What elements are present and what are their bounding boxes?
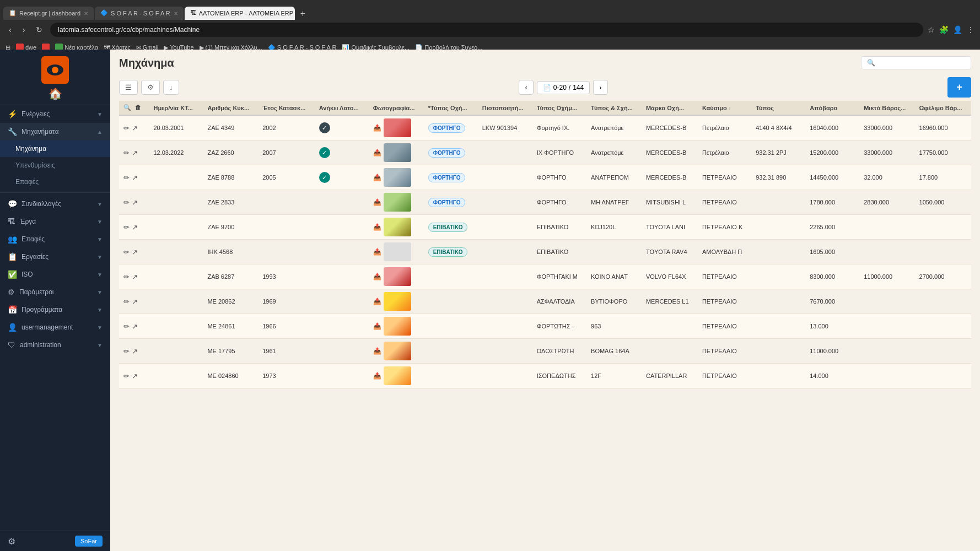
external-link-icon[interactable]: ↗ <box>132 322 138 331</box>
col-header-owner[interactable]: Ανήκει Λατο... <box>315 101 369 115</box>
prev-page-button[interactable]: ‹ <box>519 80 533 95</box>
table-body: ✏ ↗ 20.03.2001 ZAE 4349 2002 ✓ 📤 ΦΟΡΤΗΓΟ… <box>119 115 971 388</box>
col-header-payload[interactable]: Ωφέλιμο Βάρ... <box>915 101 971 115</box>
col-header-cert[interactable]: Πιστοποιητή... <box>478 101 532 115</box>
edit-icon[interactable]: ✏ <box>123 347 130 355</box>
external-link-icon[interactable]: ↗ <box>132 223 138 231</box>
filter-button[interactable]: ☰ <box>119 80 138 95</box>
sidebar-item-machine-sub[interactable]: Μηχάνημα <box>0 141 110 157</box>
url-input[interactable] <box>50 23 923 37</box>
edit-icon[interactable]: ✏ <box>123 198 130 207</box>
sidebar-label-parametroi: Παράμετροι <box>19 288 97 296</box>
upload-icon[interactable]: 📤 <box>373 198 381 206</box>
type-badge[interactable]: ΦΟΡΤΗΓΟ <box>428 198 466 207</box>
type-badge[interactable]: ΦΟΡΤΗΓΟ <box>428 123 466 133</box>
sofar-button[interactable]: SoFar <box>75 536 103 547</box>
upload-icon[interactable]: 📤 <box>373 223 381 231</box>
extensions-icon[interactable]: 🧩 <box>939 25 949 34</box>
external-link-icon[interactable]: ↗ <box>132 174 138 182</box>
delete-icon[interactable]: 🗑 <box>135 104 141 111</box>
reload-button[interactable]: ↻ <box>33 24 46 35</box>
upload-icon[interactable]: 📤 <box>373 124 381 132</box>
upload-icon[interactable]: 📤 <box>373 174 381 181</box>
edit-icon[interactable]: ✏ <box>123 174 130 182</box>
type-badge[interactable]: ΕΠΙΒΑΤΙΚΟ <box>428 247 468 257</box>
type-badge[interactable]: ΕΠΙΒΑΤΙΚΟ <box>428 223 468 232</box>
col-header-shape[interactable]: Τύπος & Σχή... <box>586 101 642 115</box>
thumbnail <box>384 193 411 212</box>
external-link-icon[interactable]: ↗ <box>132 347 138 355</box>
external-link-icon[interactable]: ↗ <box>132 124 138 132</box>
tab-latomeia[interactable]: 🏗 ΛΑΤΟΜΕΙΑ ERP - ΛΑΤΟΜΕΙΑ ERP ✕ <box>185 7 295 20</box>
edit-icon[interactable]: ✏ <box>123 149 130 157</box>
tab-sofar[interactable]: 🔷 S O F A R - S O F A R ✕ <box>95 7 184 20</box>
edit-icon[interactable]: ✏ <box>123 124 130 132</box>
tab-close-2[interactable]: ✕ <box>174 10 178 17</box>
edit-icon[interactable]: ✏ <box>123 273 130 281</box>
sidebar-item-iso[interactable]: ✅ ISO ▼ <box>0 266 110 283</box>
bookmark-star-icon[interactable]: ☆ <box>928 25 935 34</box>
add-record-button[interactable]: + <box>947 77 971 98</box>
external-link-icon[interactable]: ↗ <box>132 149 138 157</box>
col-header-fuel[interactable]: Καύσιμο ↕ <box>698 101 751 115</box>
edit-icon[interactable]: ✏ <box>123 298 130 306</box>
back-button[interactable]: ‹ <box>6 24 15 35</box>
sidebar-item-erga[interactable]: 🏗 Έργα ▼ <box>0 213 110 230</box>
external-link-icon[interactable]: ↗ <box>132 372 138 380</box>
external-link-icon[interactable]: ↗ <box>132 298 138 306</box>
external-link-icon[interactable]: ↗ <box>132 248 138 256</box>
sidebar-item-programmata[interactable]: 📅 Προγράμματα ▼ <box>0 301 110 318</box>
type-badge[interactable]: ΦΟΡΤΗΓΟ <box>428 173 466 182</box>
sidebar-item-contacts-sub[interactable]: Επαφές <box>0 174 110 190</box>
col-header-brand[interactable]: Μάρκα Οχή... <box>642 101 698 115</box>
edit-icon[interactable]: ✏ <box>123 223 130 231</box>
upload-icon[interactable]: 📤 <box>373 347 381 355</box>
upload-icon[interactable]: 📤 <box>373 372 381 380</box>
upload-icon[interactable]: 📤 <box>373 298 381 305</box>
upload-icon[interactable]: 📤 <box>373 149 381 156</box>
sidebar-item-admin[interactable]: 🛡 administration ▼ <box>0 336 110 354</box>
sidebar-item-parametroi[interactable]: ⚙ Παράμετροι ▼ <box>0 283 110 301</box>
new-tab-button[interactable]: + <box>296 8 310 20</box>
col-header-tare[interactable]: Απόβαρο <box>805 101 859 115</box>
edit-icon[interactable]: ✏ <box>123 372 130 380</box>
sidebar-item-energies[interactable]: ⚡ Ενέργειες ▼ <box>0 105 110 123</box>
col-header-vtype[interactable]: Τύπος Οχήμ... <box>532 101 586 115</box>
menu-icon[interactable]: ⋮ <box>967 25 974 34</box>
sidebar-item-usermgmt[interactable]: 👤 usermanagement ▼ <box>0 318 110 336</box>
profile-icon[interactable]: 👤 <box>953 25 962 34</box>
gear-button[interactable]: ⚙ <box>8 536 15 547</box>
next-page-button[interactable]: › <box>593 80 607 95</box>
sidebar-label-admin: administration <box>20 341 97 349</box>
tab-receipt[interactable]: 📋 Receipt.gr | dashboard ✕ <box>3 7 94 20</box>
upload-icon[interactable]: 📤 <box>373 248 381 256</box>
home-icon[interactable]: 🏠 <box>49 87 62 100</box>
edit-icon[interactable]: ✏ <box>123 322 130 331</box>
col-header-year[interactable]: Έτος Κατασκ... <box>258 101 315 115</box>
tab-close-1[interactable]: ✕ <box>84 10 88 17</box>
sidebar-item-syndiallagies[interactable]: 💬 Συνδιαλλαγές ▼ <box>0 195 110 213</box>
forward-button[interactable]: › <box>19 24 29 35</box>
edit-icon[interactable]: ✏ <box>123 248 130 256</box>
type-badge[interactable]: ΦΟΡΤΗΓΟ <box>428 148 466 158</box>
search-input[interactable] <box>861 56 971 69</box>
col-header-date[interactable]: Ημερ/νία ΚΤ... <box>149 101 203 115</box>
external-link-icon[interactable]: ↗ <box>132 198 138 207</box>
col-header-ctype[interactable]: Τύπος <box>751 101 805 115</box>
upload-icon[interactable]: 📤 <box>373 273 381 280</box>
cell-tare: 14450.000 <box>805 165 859 190</box>
col-header-gvw[interactable]: Μικτό Βάρος... <box>859 101 914 115</box>
sidebar-item-machines[interactable]: 🔧 Μηχανήματα ▲ <box>0 123 110 141</box>
settings-button[interactable]: ⚙ <box>141 80 160 95</box>
external-link-icon[interactable]: ↗ <box>132 273 138 281</box>
col-header-type[interactable]: *Τύπος Οχή... <box>424 101 478 115</box>
col-header-reg[interactable]: Αριθμός Κυκ... <box>203 101 258 115</box>
search-icon[interactable]: 🔍 <box>123 104 131 111</box>
upload-icon[interactable]: 📤 <box>373 322 381 330</box>
sidebar-item-hypendymiseis[interactable]: Υπενθυμίσεις <box>0 157 110 174</box>
sidebar-item-epafes[interactable]: 👥 Επαφές ▼ <box>0 230 110 248</box>
cell-brand: VOLVO FL64X <box>642 264 698 289</box>
sidebar-item-ergasies[interactable]: 📋 Εργασίες ▼ <box>0 248 110 266</box>
action-cell: ✏ ↗ <box>119 115 149 141</box>
export-button[interactable]: ↓ <box>163 80 179 95</box>
